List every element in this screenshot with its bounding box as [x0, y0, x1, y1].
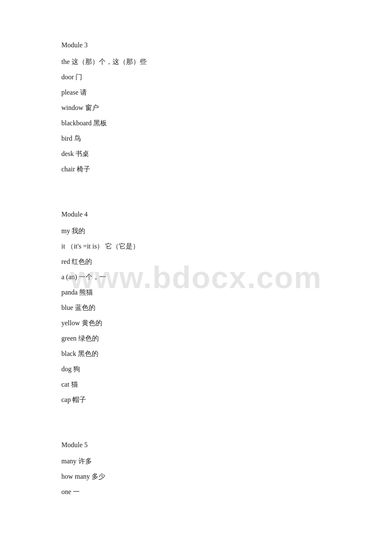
word-line: yellow 黄色的 [61, 316, 331, 330]
word-line: many 许多 [61, 454, 331, 468]
word-line: how many 多少 [61, 470, 331, 483]
word-line: blue 蓝色的 [61, 301, 331, 315]
word-line: bird 鸟 [61, 132, 331, 145]
module-title-module5: Module 5 [61, 439, 331, 451]
word-line: the 这（那）个，这（那）些 [61, 55, 331, 69]
word-line: my 我的 [61, 224, 331, 238]
module-title-module4: Module 4 [61, 208, 331, 221]
word-line: desk 书桌 [61, 147, 331, 161]
main-content: Module 3the 这（那）个，这（那）些door 门please 请win… [0, 0, 392, 535]
module-title-module3: Module 3 [61, 39, 331, 52]
word-line: please 请 [61, 86, 331, 99]
section-module4: Module 4my 我的it （it's =it is） 它（它是）red 红… [61, 208, 331, 407]
word-line: panda 熊猫 [61, 286, 331, 299]
word-line: door 门 [61, 70, 331, 84]
word-line: window 窗户 [61, 101, 331, 115]
word-line: red 红色的 [61, 255, 331, 269]
word-line: green 绿色的 [61, 332, 331, 345]
section-module3: Module 3the 这（那）个，这（那）些door 门please 请win… [61, 39, 331, 176]
word-line: dog 狗 [61, 362, 331, 376]
word-line: blackboard 黑板 [61, 116, 331, 130]
word-line: chair 椅子 [61, 162, 331, 176]
word-line: cap 帽子 [61, 393, 331, 407]
word-line: black 黑色的 [61, 347, 331, 361]
word-line: a (an) 一个，一 [61, 270, 331, 284]
word-line: it （it's =it is） 它（它是） [61, 240, 331, 253]
section-module5: Module 5many 许多how many 多少one 一 [61, 439, 331, 499]
word-line: cat 猫 [61, 378, 331, 391]
word-line: one 一 [61, 485, 331, 499]
